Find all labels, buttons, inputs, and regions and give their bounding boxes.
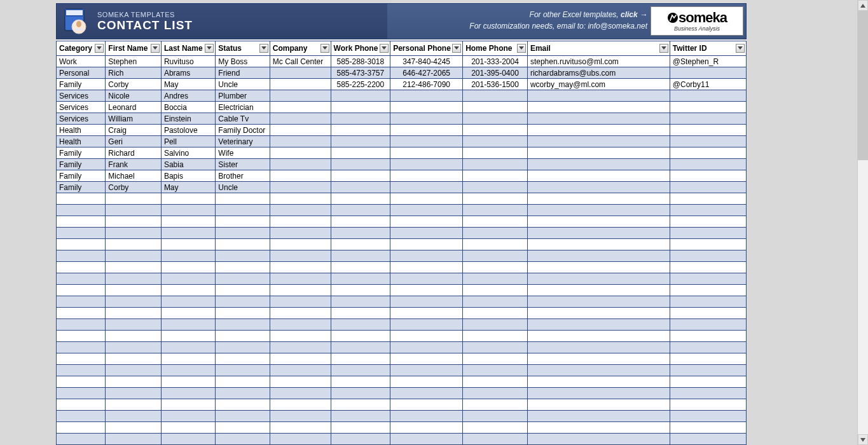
table-cell[interactable]	[106, 262, 162, 273]
table-cell[interactable]	[527, 285, 670, 296]
table-cell[interactable]	[670, 331, 746, 342]
table-cell[interactable]	[390, 342, 463, 353]
table-row[interactable]	[57, 319, 747, 331]
table-cell[interactable]	[216, 422, 270, 434]
table-cell[interactable]	[106, 239, 162, 250]
someka-logo[interactable]: someka Business Analysis	[651, 6, 743, 36]
table-cell[interactable]	[670, 102, 746, 113]
table-cell[interactable]	[331, 308, 390, 319]
table-cell[interactable]	[216, 319, 270, 331]
filter-dropdown-button[interactable]	[452, 44, 461, 53]
table-row[interactable]: ServicesNicoleAndresPlumber	[57, 90, 747, 102]
table-cell[interactable]	[331, 216, 390, 228]
table-cell[interactable]	[57, 399, 106, 411]
table-cell[interactable]: Health	[57, 125, 106, 136]
table-cell[interactable]	[270, 239, 331, 250]
table-cell[interactable]	[216, 228, 270, 239]
table-cell[interactable]	[527, 365, 670, 376]
table-cell[interactable]: Richard	[106, 147, 162, 159]
column-header[interactable]: Last Name	[161, 41, 215, 56]
table-cell[interactable]	[331, 411, 390, 422]
table-cell[interactable]: 646-427-2065	[390, 67, 463, 79]
table-cell[interactable]	[670, 125, 746, 136]
table-cell[interactable]	[463, 239, 528, 250]
table-cell[interactable]	[270, 90, 331, 102]
table-cell[interactable]	[270, 262, 331, 273]
table-cell[interactable]	[670, 67, 746, 79]
table-cell[interactable]	[270, 296, 331, 308]
table-cell[interactable]	[57, 353, 106, 365]
table-cell[interactable]	[331, 182, 390, 193]
table-row[interactable]	[57, 353, 747, 365]
table-cell[interactable]	[331, 228, 390, 239]
table-cell[interactable]	[463, 182, 528, 193]
table-cell[interactable]	[390, 239, 463, 250]
table-cell[interactable]	[331, 147, 390, 159]
table-cell[interactable]: Wife	[216, 147, 270, 159]
table-cell[interactable]	[527, 422, 670, 434]
table-cell[interactable]	[106, 285, 162, 296]
table-cell[interactable]	[390, 365, 463, 376]
table-cell[interactable]	[527, 319, 670, 331]
table-cell[interactable]	[106, 193, 162, 205]
table-cell[interactable]: 585-288-3018	[331, 56, 390, 67]
table-cell[interactable]	[390, 102, 463, 113]
table-cell[interactable]	[463, 193, 528, 205]
table-cell[interactable]	[106, 216, 162, 228]
table-cell[interactable]: Pastolove	[161, 125, 215, 136]
table-cell[interactable]	[106, 434, 162, 445]
table-cell[interactable]	[527, 125, 670, 136]
table-cell[interactable]: Cable Tv	[216, 113, 270, 125]
table-cell[interactable]: 585-473-3757	[331, 67, 390, 79]
table-row[interactable]	[57, 411, 747, 422]
table-cell[interactable]	[106, 376, 162, 388]
table-row[interactable]	[57, 216, 747, 228]
table-cell[interactable]	[390, 388, 463, 399]
table-cell[interactable]: @Stephen_R	[670, 56, 746, 67]
table-cell[interactable]	[390, 285, 463, 296]
table-cell[interactable]	[270, 342, 331, 353]
column-header[interactable]: Company	[270, 41, 331, 56]
table-cell[interactable]	[331, 422, 390, 434]
table-cell[interactable]	[390, 353, 463, 365]
table-cell[interactable]	[57, 262, 106, 273]
table-cell[interactable]	[527, 250, 670, 262]
table-cell[interactable]	[331, 102, 390, 113]
table-cell[interactable]	[161, 296, 215, 308]
table-cell[interactable]	[463, 216, 528, 228]
table-cell[interactable]	[216, 353, 270, 365]
table-cell[interactable]: Mc Call Center	[270, 56, 331, 67]
table-cell[interactable]	[161, 342, 215, 353]
table-cell[interactable]: Services	[57, 90, 106, 102]
table-cell[interactable]: Andres	[161, 90, 215, 102]
table-cell[interactable]	[527, 228, 670, 239]
table-cell[interactable]	[331, 331, 390, 342]
table-cell[interactable]	[57, 216, 106, 228]
table-cell[interactable]	[390, 296, 463, 308]
table-cell[interactable]	[670, 193, 746, 205]
table-row[interactable]	[57, 308, 747, 319]
table-cell[interactable]: 585-225-2200	[331, 79, 390, 90]
table-cell[interactable]	[331, 285, 390, 296]
table-cell[interactable]	[331, 113, 390, 125]
table-cell[interactable]	[331, 319, 390, 331]
table-cell[interactable]	[527, 239, 670, 250]
table-cell[interactable]: Family Doctor	[216, 125, 270, 136]
table-row[interactable]	[57, 239, 747, 250]
table-cell[interactable]	[270, 159, 331, 170]
table-cell[interactable]	[390, 193, 463, 205]
table-cell[interactable]	[463, 147, 528, 159]
table-cell[interactable]	[527, 388, 670, 399]
table-cell[interactable]	[270, 79, 331, 90]
table-cell[interactable]	[331, 90, 390, 102]
table-cell[interactable]	[161, 331, 215, 342]
table-cell[interactable]: richardabrams@ubs.com	[527, 67, 670, 79]
table-cell[interactable]	[527, 331, 670, 342]
table-cell[interactable]: Family	[57, 79, 106, 90]
table-cell[interactable]	[106, 365, 162, 376]
table-cell[interactable]	[670, 239, 746, 250]
table-cell[interactable]	[463, 250, 528, 262]
table-cell[interactable]	[161, 422, 215, 434]
table-cell[interactable]	[161, 388, 215, 399]
table-cell[interactable]	[527, 434, 670, 445]
